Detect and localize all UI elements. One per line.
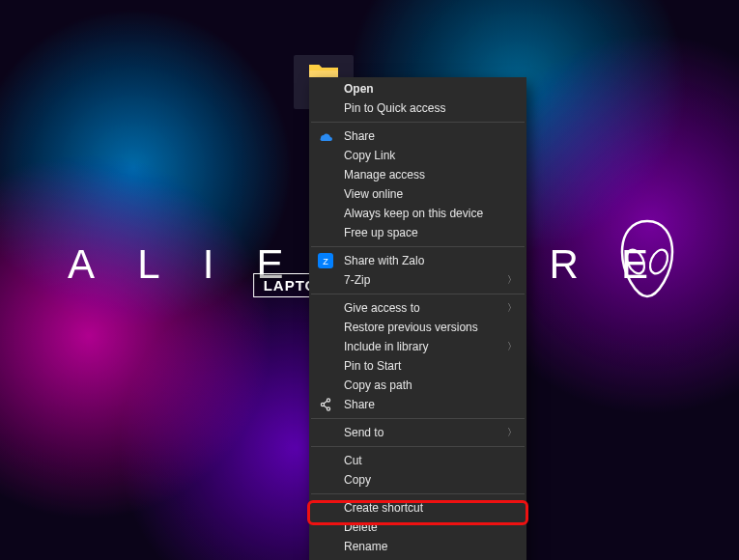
menu-label: Share with Zalo <box>344 254 424 267</box>
menu-view-online[interactable]: View online <box>309 184 526 204</box>
menu-label: Create shortcut <box>344 501 423 515</box>
menu-restore-versions[interactable]: Restore previous versions <box>309 318 526 337</box>
menu-label: 7-Zip <box>344 273 370 287</box>
menu-label: Pin to Quick access <box>344 101 445 115</box>
menu-share[interactable]: Share <box>309 395 526 414</box>
menu-label: View online <box>344 187 403 201</box>
menu-copy-as-path[interactable]: Copy as path <box>309 376 526 395</box>
menu-label: Manage access <box>344 168 425 182</box>
chevron-right-icon: 〉 <box>507 273 517 287</box>
menu-label: Share <box>344 398 375 411</box>
menu-give-access-to[interactable]: Give access to 〉 <box>309 298 526 318</box>
menu-separator <box>311 446 525 447</box>
menu-delete[interactable]: Delete <box>309 518 526 537</box>
menu-separator <box>311 418 525 419</box>
menu-label: Share <box>344 129 375 143</box>
menu-7zip[interactable]: 7-Zip 〉 <box>309 270 526 290</box>
menu-rename[interactable]: Rename <box>309 537 526 556</box>
menu-include-in-library[interactable]: Include in library 〉 <box>309 337 526 356</box>
context-menu: Open Pin to Quick access Share Copy Link… <box>309 77 526 560</box>
menu-label: Always keep on this device <box>344 207 483 220</box>
chevron-right-icon: 〉 <box>507 301 517 315</box>
menu-copy-link[interactable]: Copy Link <box>309 146 526 165</box>
menu-cut[interactable]: Cut <box>309 451 526 470</box>
zalo-icon: Z <box>318 253 333 268</box>
menu-label: Send to <box>344 426 384 439</box>
menu-open[interactable]: Open <box>309 79 526 98</box>
menu-create-shortcut[interactable]: Create shortcut <box>309 498 526 518</box>
menu-manage-access[interactable]: Manage access <box>309 165 526 184</box>
menu-separator <box>311 493 525 494</box>
menu-share-zalo[interactable]: Z Share with Zalo <box>309 251 526 270</box>
menu-label: Open <box>344 82 374 96</box>
menu-label: Copy Link <box>344 149 395 162</box>
menu-separator <box>311 246 525 247</box>
svg-point-6 <box>321 403 324 406</box>
menu-always-keep[interactable]: Always keep on this device <box>309 204 526 223</box>
menu-label: Rename <box>344 540 387 553</box>
svg-point-5 <box>327 407 329 410</box>
menu-free-up-space[interactable]: Free up space <box>309 223 526 242</box>
chevron-right-icon: 〉 <box>507 340 517 353</box>
menu-copy[interactable]: Copy <box>309 470 526 490</box>
chevron-right-icon: 〉 <box>507 426 517 439</box>
menu-label: Pin to Start <box>344 359 401 373</box>
menu-separator <box>311 294 525 294</box>
menu-pin-quick-access[interactable]: Pin to Quick access <box>309 98 526 118</box>
share-icon <box>318 397 333 412</box>
menu-onedrive-share[interactable]: Share <box>309 126 526 146</box>
menu-pin-to-start[interactable]: Pin to Start <box>309 356 526 376</box>
menu-label: Free up space <box>344 226 418 239</box>
menu-label: Cut <box>344 454 362 467</box>
menu-separator <box>311 122 525 123</box>
menu-label: Copy <box>344 473 371 487</box>
svg-text:Z: Z <box>323 257 328 266</box>
menu-send-to[interactable]: Send to 〉 <box>309 423 526 442</box>
menu-label: Restore previous versions <box>344 321 478 334</box>
menu-label: Delete <box>344 520 378 534</box>
menu-label: Copy as path <box>344 378 412 392</box>
svg-point-4 <box>327 399 329 402</box>
menu-label: Give access to <box>344 301 420 315</box>
onedrive-icon <box>318 128 333 144</box>
menu-label: Include in library <box>344 340 428 353</box>
